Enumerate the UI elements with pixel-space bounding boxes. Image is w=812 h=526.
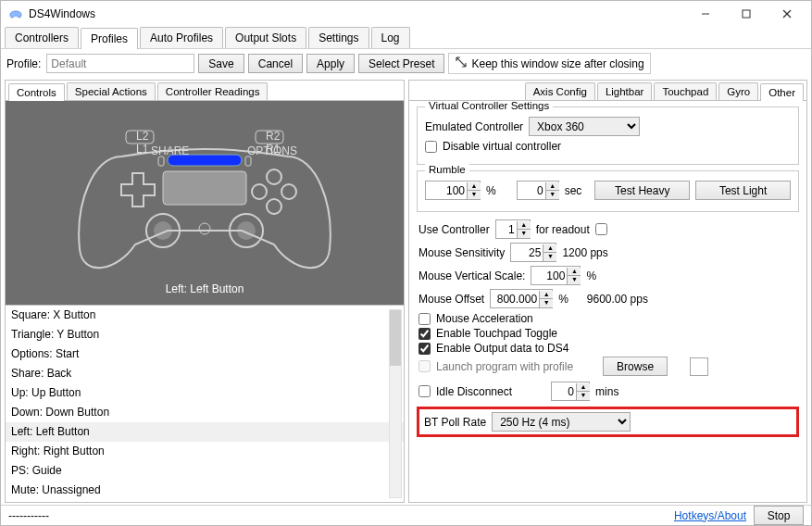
- list-item[interactable]: Mute: Unassigned: [6, 481, 404, 500]
- svg-point-8: [252, 184, 267, 199]
- mouse-vertical-scale-spinner[interactable]: ▲▼: [531, 266, 581, 285]
- tab-auto-profiles[interactable]: Auto Profiles: [140, 27, 223, 48]
- percent-label: %: [486, 184, 496, 197]
- subtab-lightbar[interactable]: Lightbar: [597, 82, 653, 100]
- launch-program-label: Launch program with profile: [436, 360, 573, 373]
- mouse-sensitivity-spinner[interactable]: ▲▼: [510, 243, 556, 262]
- subtab-other[interactable]: Other: [760, 83, 804, 101]
- idle-disconnect-spinner[interactable]: ▲▼: [551, 382, 590, 401]
- emulated-controller-select[interactable]: Xbox 360: [529, 117, 640, 136]
- idle-disconnect-checkbox[interactable]: [418, 385, 431, 397]
- scrollbar[interactable]: [389, 309, 402, 498]
- mouse-sensitivity-pps: 1200 pps: [562, 246, 607, 259]
- svg-text:R2: R2: [266, 130, 281, 143]
- subtab-gyro[interactable]: Gyro: [718, 82, 758, 100]
- emulated-controller-label: Emulated Controller: [425, 120, 523, 133]
- output-ds4-label: Enable Output data to DS4: [436, 342, 568, 355]
- disable-virtual-label: Disable virtual controller: [443, 140, 561, 153]
- app-window: DS4Windows Controllers Profiles Auto Pro…: [0, 0, 812, 526]
- for-readout-checkbox[interactable]: [595, 223, 607, 235]
- rumble-sec-spinner[interactable]: ▲▼: [517, 181, 559, 200]
- touchpad-toggle-checkbox[interactable]: [418, 328, 431, 340]
- tab-controllers[interactable]: Controllers: [5, 27, 79, 48]
- close-button[interactable]: [767, 1, 807, 27]
- titlebar: DS4Windows: [1, 1, 811, 27]
- bt-poll-rate-label: BT Poll Rate: [424, 416, 486, 429]
- svg-point-11: [154, 221, 172, 240]
- svg-point-24: [199, 223, 210, 234]
- mins-label: mins: [595, 385, 618, 398]
- mapping-list[interactable]: Square: X Button Triangle: Y Button Opti…: [6, 305, 404, 502]
- use-controller-label: Use Controller: [418, 223, 490, 236]
- left-panel: Controls Special Actions Controller Read…: [5, 80, 405, 503]
- virtual-controller-group: Virtual Controller Settings Emulated Con…: [417, 106, 799, 165]
- svg-point-7: [267, 199, 281, 214]
- svg-point-13: [237, 221, 256, 240]
- svg-rect-15: [245, 157, 251, 166]
- profile-name-input[interactable]: [46, 54, 194, 73]
- list-item[interactable]: Down: Down Button: [6, 403, 404, 422]
- mouse-vertical-scale-label: Mouse Vertical Scale:: [418, 269, 525, 282]
- svg-rect-14: [158, 157, 164, 166]
- svg-text:L2: L2: [136, 130, 149, 143]
- save-button[interactable]: Save: [198, 54, 244, 73]
- mouse-accel-label: Mouse Acceleration: [436, 312, 533, 325]
- tab-log[interactable]: Log: [371, 27, 410, 48]
- list-item[interactable]: Options: Start: [6, 344, 404, 364]
- stop-button[interactable]: Stop: [754, 506, 804, 525]
- disable-virtual-checkbox[interactable]: [425, 141, 437, 153]
- controller-preview[interactable]: SHARE OPTIONS L2 R2 L1 R1 Left: Left But…: [6, 101, 404, 305]
- other-settings-body: Virtual Controller Settings Emulated Con…: [409, 101, 806, 502]
- rumble-group: Rumble ▲▼ % ▲▼ sec Test Heavy Test Light: [417, 170, 799, 212]
- output-ds4-checkbox[interactable]: [418, 343, 431, 355]
- tab-settings[interactable]: Settings: [308, 27, 369, 48]
- list-item[interactable]: PS: Guide: [6, 461, 404, 481]
- use-controller-spinner[interactable]: ▲▼: [495, 219, 531, 239]
- bt-poll-rate-select[interactable]: 250 Hz (4 ms): [492, 412, 631, 432]
- rumble-pct-spinner[interactable]: ▲▼: [425, 181, 481, 200]
- percent-label: %: [586, 269, 596, 282]
- subtab-axis-config[interactable]: Axis Config: [525, 82, 595, 100]
- svg-text:R1: R1: [266, 143, 281, 156]
- svg-rect-1: [743, 10, 750, 18]
- launch-program-checkbox[interactable]: [418, 360, 431, 372]
- mouse-offset-spinner[interactable]: ▲▼: [490, 289, 553, 308]
- maximize-button[interactable]: [726, 1, 767, 27]
- select-preset-button[interactable]: Select Preset: [358, 54, 444, 73]
- subtab-controls[interactable]: Controls: [8, 83, 65, 101]
- list-item[interactable]: Share: Back: [6, 364, 404, 383]
- idle-disconnect-label: Idle Disconnect: [436, 385, 512, 398]
- controller-icon: SHARE OPTIONS L2 R2 L1 R1: [66, 119, 344, 286]
- window-title: DS4Windows: [29, 7, 685, 20]
- main-tabs: Controllers Profiles Auto Profiles Outpu…: [1, 27, 811, 49]
- touchpad-toggle-label: Enable Touchpad Toggle: [436, 327, 557, 340]
- test-heavy-button[interactable]: Test Heavy: [594, 181, 690, 200]
- list-item[interactable]: Left: Left Button: [6, 422, 404, 442]
- group-legend: Rumble: [425, 164, 469, 175]
- controller-caption: Left: Left Button: [6, 282, 404, 295]
- subtab-touchpad[interactable]: Touchpad: [654, 82, 717, 100]
- svg-text:L1: L1: [136, 143, 149, 156]
- apply-button[interactable]: Apply: [306, 54, 355, 73]
- cancel-button[interactable]: Cancel: [248, 54, 303, 73]
- list-item[interactable]: Triangle: Y Button: [6, 325, 404, 344]
- svg-rect-5: [163, 171, 246, 205]
- browse-button[interactable]: Browse: [603, 357, 668, 376]
- test-light-button[interactable]: Test Light: [695, 181, 791, 200]
- mouse-accel-checkbox[interactable]: [418, 313, 431, 325]
- tab-output-slots[interactable]: Output Slots: [225, 27, 306, 48]
- resize-icon: [455, 56, 468, 71]
- subtab-controller-readings[interactable]: Controller Readings: [157, 82, 269, 100]
- keep-window-size-toggle[interactable]: Keep this window size after closing: [448, 53, 650, 74]
- percent-label: %: [558, 293, 568, 306]
- list-item[interactable]: Right: Right Button: [6, 442, 404, 461]
- svg-point-9: [281, 184, 296, 199]
- hotkeys-about-link[interactable]: Hotkeys/About: [674, 509, 746, 522]
- list-item[interactable]: Square: X Button: [6, 306, 404, 325]
- tab-profiles[interactable]: Profiles: [81, 28, 138, 49]
- svg-text:SHARE: SHARE: [151, 144, 189, 157]
- subtab-special-actions[interactable]: Special Actions: [67, 82, 156, 100]
- list-item[interactable]: Up: Up Button: [6, 383, 404, 403]
- svg-point-6: [267, 169, 281, 184]
- minimize-button[interactable]: [685, 1, 726, 27]
